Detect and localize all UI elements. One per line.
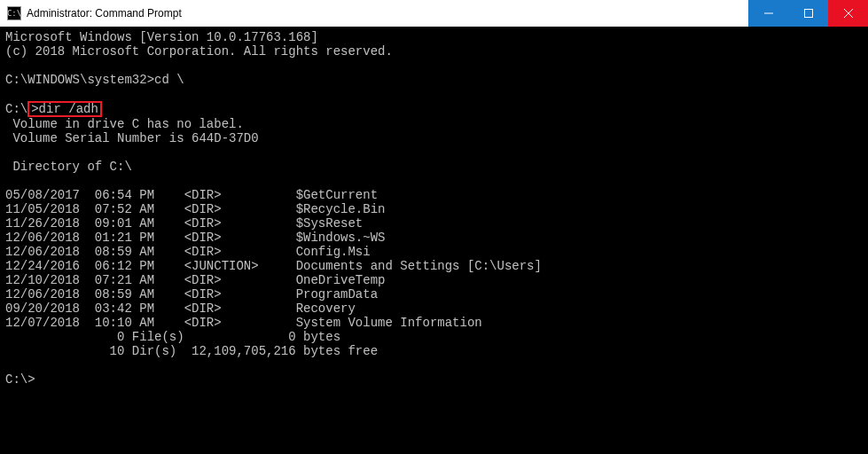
dir-row: 12/06/2018 01:21 PM <DIR> $Windows.~WS [5,231,863,245]
prompt-prefix: C:\ [5,102,27,116]
dir-row: 11/05/2018 07:52 AM <DIR> $Recycle.Bin [5,202,863,216]
serial-line: Volume Serial Number is 644D-37D0 [5,131,863,145]
summary-files: 0 File(s) 0 bytes [5,330,863,344]
cmd-icon: C:\ [7,6,21,20]
dir-row: 12/07/2018 10:10 AM <DIR> System Volume … [5,316,863,330]
window-title: Administrator: Command Prompt [27,7,748,20]
terminal-area[interactable]: Microsoft Windows [Version 10.0.17763.16… [0,27,868,454]
copyright-line: (c) 2018 Microsoft Corporation. All righ… [5,44,863,59]
close-icon [844,9,853,18]
dir-row: 12/06/2018 08:59 AM <DIR> Config.Msi [5,245,863,259]
maximize-button[interactable] [788,0,828,27]
cmd-text: cd \ [154,73,184,87]
command-prompt-window: C:\ Administrator: Command Prompt Micros… [0,0,868,454]
prompt-prefix: C:\WINDOWS\system32> [5,73,154,87]
volume-line: Volume in drive C has no label. [5,117,863,131]
prompt-line-1: C:\WINDOWS\system32>cd \ [5,73,863,87]
close-button[interactable] [828,0,868,27]
maximize-icon [804,9,813,18]
version-line: Microsoft Windows [Version 10.0.17763.16… [5,30,863,44]
highlighted-command: >dir /adh [27,101,102,117]
dir-row: 11/26/2018 09:01 AM <DIR> $SysReset [5,216,863,231]
svg-rect-1 [804,10,812,18]
directory-of-line: Directory of C:\ [5,160,863,174]
dir-row: 12/06/2018 08:59 AM <DIR> ProgramData [5,287,863,301]
dir-row: 09/20/2018 03:42 PM <DIR> Recovery [5,301,863,316]
dir-row: 12/10/2018 07:21 AM <DIR> OneDriveTemp [5,273,863,287]
window-controls-group [748,0,828,27]
minimize-button[interactable] [748,0,788,27]
prompt-line-3: C:\> [5,372,863,387]
titlebar[interactable]: C:\ Administrator: Command Prompt [0,0,868,27]
dir-row: 05/08/2017 06:54 PM <DIR> $GetCurrent [5,188,863,202]
minimize-icon [764,9,773,18]
dir-row: 12/24/2016 06:12 PM <JUNCTION> Documents… [5,259,863,273]
summary-dirs: 10 Dir(s) 12,109,705,216 bytes free [5,344,863,358]
close-group [828,0,868,27]
prompt-line-2: C:\>dir /adh [5,101,863,117]
